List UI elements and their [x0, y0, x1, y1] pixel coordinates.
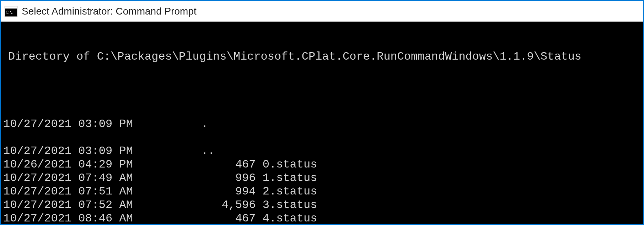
directory-prefix: Directory of [8, 50, 97, 63]
entry-size: 467 [140, 158, 263, 171]
entry-date: 10/27/2021 [3, 171, 78, 185]
directory-entry: 10/27/202103:09 PM .. [3, 131, 641, 158]
directory-entry: 10/27/202107:52 AM4,5963.status [3, 198, 641, 212]
entry-size: 4,596 [140, 198, 263, 212]
entry-name: 4.status [263, 212, 317, 224]
entry-date: 10/27/2021 [3, 185, 78, 198]
directory-path: C:\Packages\Plugins\Microsoft.CPlat.Core… [97, 50, 581, 63]
entry-time: 08:46 AM [78, 212, 140, 224]
entry-size: 467 [140, 212, 263, 224]
entry-time: 07:51 AM [78, 185, 140, 198]
entry-date: 10/27/2021 [3, 144, 78, 158]
window-title: Select Administrator: Command Prompt [22, 6, 197, 17]
entry-name: .. [201, 144, 215, 158]
directory-entry: 10/27/202103:09 PM . [3, 104, 641, 131]
entry-type: . [140, 104, 263, 131]
entry-time: 07:49 AM [78, 171, 140, 185]
directory-header: Directory of C:\Packages\Plugins\Microso… [8, 50, 641, 64]
entry-name: 2.status [263, 185, 317, 198]
terminal-output[interactable]: Directory of C:\Packages\Plugins\Microso… [1, 22, 643, 224]
entry-size: 994 [140, 185, 263, 198]
entry-name: . [201, 117, 208, 131]
directory-entry: 10/27/202107:51 AM9942.status [3, 185, 641, 198]
entry-time: 03:09 PM [78, 117, 140, 131]
entry-date: 10/27/2021 [3, 117, 78, 131]
directory-entry: 10/27/202108:46 AM4674.status [3, 212, 641, 224]
entry-time: 07:52 AM [78, 198, 140, 212]
titlebar[interactable]: C:\. Select Administrator: Command Promp… [1, 1, 643, 22]
cmd-window: C:\. Select Administrator: Command Promp… [0, 0, 644, 225]
entry-name: 3.status [263, 198, 317, 212]
entry-name: 0.status [263, 158, 317, 171]
directory-listing: 10/27/202103:09 PM .10/27/202103:09 PM .… [3, 104, 641, 224]
cmd-icon-text: C:\. [6, 10, 14, 14]
directory-entry: 10/27/202107:49 AM9961.status [3, 171, 641, 185]
entry-name: 1.status [263, 171, 317, 185]
entry-date: 10/26/2021 [3, 158, 78, 171]
directory-entry: 10/26/202104:29 PM4670.status [3, 158, 641, 171]
entry-type: .. [140, 131, 263, 158]
entry-date: 10/27/2021 [3, 212, 78, 224]
cmd-icon: C:\. [5, 6, 17, 17]
entry-size: 996 [140, 171, 263, 185]
entry-time: 04:29 PM [78, 158, 140, 171]
entry-date: 10/27/2021 [3, 198, 78, 212]
entry-time: 03:09 PM [78, 144, 140, 158]
